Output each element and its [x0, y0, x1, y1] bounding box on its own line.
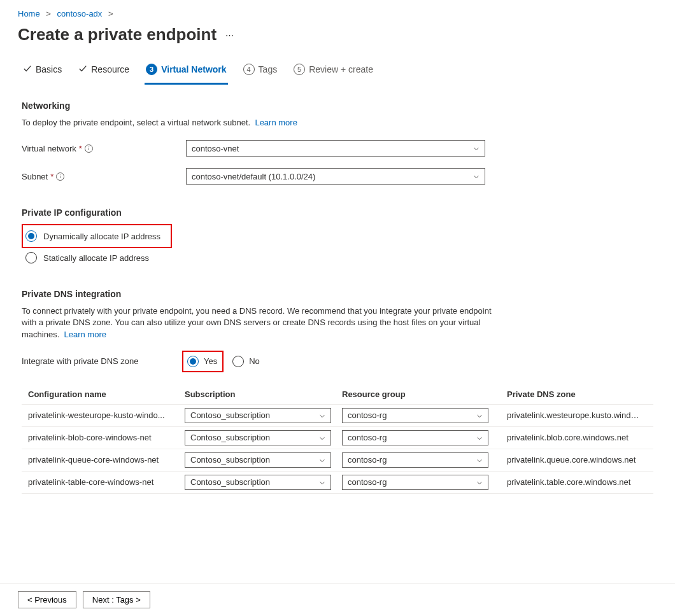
required-icon: * [79, 144, 82, 153]
select-value: contoso-vnet/default (10.1.0.0/24) [192, 172, 315, 181]
select-value: Contoso_subscription [190, 410, 270, 420]
highlight-annotation: Dynamically allocate IP address [22, 224, 172, 248]
tab-label: Review + create [309, 64, 373, 74]
wizard-footer: < Previous Next : Tags > [0, 583, 675, 616]
select-value: Contoso_subscription [190, 455, 270, 465]
radio-label: Yes [204, 356, 217, 366]
tab-basics[interactable]: Basics [22, 57, 63, 85]
col-subscription: Subscription [185, 389, 342, 399]
highlight-annotation: Yes [182, 351, 224, 372]
radio-integrate-yes[interactable]: Yes [187, 356, 217, 367]
resource-group-select[interactable]: contoso-rg [342, 452, 488, 468]
step-number-icon: 4 [243, 64, 255, 75]
col-private-dns-zone: Private DNS zone [499, 389, 647, 399]
private-ip-heading: Private IP configuration [22, 207, 653, 218]
wizard-tabs: Basics Resource 3 Virtual Network 4 Tags… [18, 57, 657, 85]
resource-group-select[interactable]: contoso-rg [342, 408, 488, 423]
table-row: privatelink-table-core-windows-net Conto… [22, 471, 653, 494]
select-value: contoso-rg [348, 477, 387, 487]
radio-label: No [249, 356, 260, 366]
config-name-cell: privatelink-blob-core-windows-net [28, 433, 185, 442]
resource-group-select[interactable]: contoso-rg [342, 475, 488, 490]
chevron-down-icon [476, 457, 483, 463]
info-icon[interactable]: i [56, 172, 64, 181]
radio-icon [187, 356, 199, 367]
required-icon: * [50, 172, 53, 181]
tab-review-create[interactable]: 5 Review + create [292, 57, 374, 85]
config-name-cell: privatelink-westeurope-kusto-windo... [28, 410, 185, 420]
check-icon [23, 64, 32, 75]
chevron-right-icon: > [46, 9, 51, 18]
private-dns-description: To connect privately with your private e… [22, 305, 506, 340]
subnet-label: Subnet * i [22, 172, 186, 181]
next-button[interactable]: Next : Tags > [83, 591, 150, 608]
config-name-cell: privatelink-table-core-windows-net [28, 477, 185, 487]
select-value: contoso-rg [348, 455, 387, 465]
radio-label: Dynamically allocate IP address [43, 232, 160, 241]
tab-virtual-network[interactable]: 3 Virtual Network [145, 57, 227, 85]
tab-label: Resource [91, 64, 129, 74]
radio-icon [232, 356, 244, 367]
dns-zone-cell: privatelink.table.core.windows.net [499, 477, 647, 487]
radio-integrate-no[interactable]: No [232, 356, 260, 367]
learn-more-link[interactable]: Learn more [64, 330, 106, 339]
radio-label: Statically allocate IP address [43, 253, 149, 263]
virtual-network-select[interactable]: contoso-vnet [186, 140, 485, 157]
chevron-down-icon [476, 479, 483, 486]
tab-label: Basics [36, 64, 62, 74]
resource-group-select[interactable]: contoso-rg [342, 430, 488, 445]
tab-label: Tags [259, 64, 278, 74]
breadcrumb-resource[interactable]: contoso-adx [57, 9, 103, 18]
config-name-cell: privatelink-queue-core-windows-net [28, 455, 185, 465]
integrate-dns-label: Integrate with private DNS zone [22, 356, 182, 366]
table-header-row: Configuration name Subscription Resource… [22, 386, 653, 404]
chevron-down-icon [473, 145, 480, 151]
table-row: privatelink-blob-core-windows-net Contos… [22, 426, 653, 449]
chevron-down-icon [319, 412, 325, 419]
private-dns-heading: Private DNS integration [22, 289, 653, 299]
dns-zone-cell: privatelink.blob.core.windows.net [499, 433, 647, 442]
radio-icon [25, 252, 37, 263]
subscription-select[interactable]: Contoso_subscription [185, 430, 331, 445]
breadcrumb-home[interactable]: Home [18, 9, 40, 18]
virtual-network-label: Virtual network * i [22, 144, 186, 153]
previous-button[interactable]: < Previous [18, 591, 76, 608]
dns-zone-cell: privatelink.westeurope.kusto.window... [499, 410, 647, 420]
networking-heading: Networking [22, 101, 653, 111]
subscription-select[interactable]: Contoso_subscription [185, 475, 331, 490]
step-number-icon: 3 [146, 64, 157, 75]
radio-static-ip[interactable]: Statically allocate IP address [22, 248, 653, 267]
networking-description: To deploy the private endpoint, select a… [22, 117, 506, 129]
chevron-down-icon [473, 173, 480, 179]
select-value: Contoso_subscription [190, 477, 270, 487]
col-resource-group: Resource group [342, 389, 499, 399]
tab-label: Virtual Network [161, 64, 226, 74]
radio-icon [25, 230, 37, 242]
table-row: privatelink-queue-core-windows-net Conto… [22, 449, 653, 471]
col-config-name: Configuration name [28, 389, 185, 399]
dns-zone-cell: privatelink.queue.core.windows.net [499, 455, 647, 465]
select-value: contoso-rg [348, 433, 387, 442]
radio-dynamic-ip[interactable]: Dynamically allocate IP address [25, 227, 160, 246]
select-value: Contoso_subscription [190, 433, 270, 442]
chevron-down-icon [319, 479, 325, 486]
subscription-select[interactable]: Contoso_subscription [185, 452, 331, 468]
learn-more-link[interactable]: Learn more [255, 118, 297, 127]
tab-tags[interactable]: 4 Tags [242, 57, 279, 85]
subnet-select[interactable]: contoso-vnet/default (10.1.0.0/24) [186, 168, 485, 185]
chevron-down-icon [319, 457, 325, 463]
page-title: Create a private endpoint [18, 25, 217, 45]
subscription-select[interactable]: Contoso_subscription [185, 408, 331, 423]
info-icon[interactable]: i [85, 144, 93, 153]
table-row: privatelink-westeurope-kusto-windo... Co… [22, 404, 653, 426]
check-icon [78, 64, 87, 75]
chevron-right-icon: > [108, 9, 113, 18]
chevron-down-icon [319, 435, 325, 441]
dns-config-table: Configuration name Subscription Resource… [22, 386, 653, 494]
breadcrumb: Home > contoso-adx > [18, 9, 657, 18]
select-value: contoso-vnet [192, 144, 239, 153]
tab-resource[interactable]: Resource [77, 57, 131, 85]
more-icon[interactable]: ⋯ [225, 31, 234, 40]
chevron-down-icon [476, 435, 483, 441]
step-number-icon: 5 [294, 64, 305, 75]
